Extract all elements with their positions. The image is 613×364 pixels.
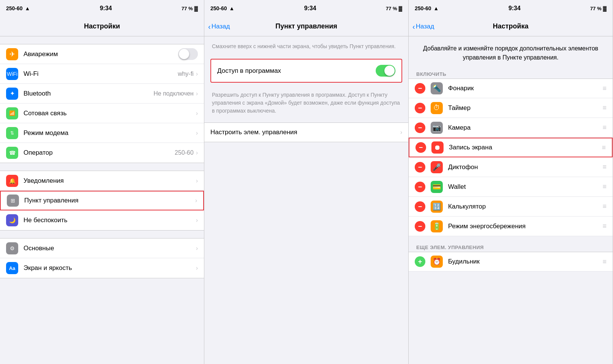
settings-item-display[interactable]: Aa Экран и яркость › bbox=[0, 258, 204, 278]
control-item-power-save[interactable]: − 🔋 Режим энергосбережения ≡ bbox=[409, 217, 613, 236]
back-chevron-3: ‹ bbox=[412, 23, 415, 30]
flashlight-drag-handle[interactable]: ≡ bbox=[602, 85, 607, 93]
settings-item-bluetooth[interactable]: ✦ Bluetooth Не подключен › bbox=[0, 84, 204, 104]
screen-record-drag-handle[interactable]: ≡ bbox=[602, 144, 606, 152]
hotspot-chevron: › bbox=[196, 130, 198, 136]
calculator-label: Калькулятор bbox=[448, 203, 602, 210]
more-items-list: + ⏰ Будильник ≡ bbox=[409, 252, 613, 271]
access-toggle[interactable] bbox=[376, 65, 395, 77]
control-center-content: Смахните вверх с нижней части экрана, чт… bbox=[204, 36, 408, 364]
control-item-camera[interactable]: − 📷 Камера ≡ bbox=[409, 118, 613, 138]
notifications-label: Уведомления bbox=[24, 177, 196, 185]
camera-icon: 📷 bbox=[431, 122, 443, 134]
time-3: 9:34 bbox=[508, 5, 521, 12]
remove-calculator-btn[interactable]: − bbox=[415, 201, 425, 212]
battery-pct-2: 77 % bbox=[386, 6, 397, 11]
general-label: Основные bbox=[24, 245, 196, 252]
access-description: Разрешить доступ к Пункту управления в п… bbox=[204, 87, 408, 122]
notifications-chevron: › bbox=[196, 177, 198, 184]
back-chevron-2: ‹ bbox=[208, 23, 211, 30]
control-center-panel: 250-60 ▲ 9:34 77 % ▓ ‹ Назад Пункт управ… bbox=[204, 0, 409, 364]
wallet-label: Wallet bbox=[448, 183, 602, 191]
wifi-icon-1: ▲ bbox=[25, 5, 30, 11]
operator-chevron: › bbox=[196, 149, 198, 156]
control-item-calculator[interactable]: − 🔢 Калькулятор ≡ bbox=[409, 197, 613, 217]
camera-drag-handle[interactable]: ≡ bbox=[602, 124, 607, 132]
wallet-drag-handle[interactable]: ≡ bbox=[602, 183, 607, 191]
calculator-drag-handle[interactable]: ≡ bbox=[602, 202, 607, 210]
bluetooth-chevron: › bbox=[196, 90, 198, 97]
include-items-list: − 🔦 Фонарик ≡ − ⏱ Таймер ≡ − 📷 Камера ≡ bbox=[409, 78, 613, 236]
remove-power-save-btn[interactable]: − bbox=[415, 221, 425, 232]
carrier-1: 250-60 bbox=[6, 5, 23, 11]
settings-item-operator[interactable]: ☎ Оператор 250-60 › bbox=[0, 143, 204, 163]
top-description: Смахните вверх с нижней части экрана, чт… bbox=[204, 36, 408, 54]
add-alarm-btn[interactable]: + bbox=[415, 256, 425, 267]
power-save-drag-handle[interactable]: ≡ bbox=[602, 222, 607, 230]
access-toggle-container: Доступ в программах bbox=[210, 59, 402, 83]
operator-label: Оператор bbox=[24, 149, 175, 157]
back-button-3[interactable]: ‹ Назад bbox=[412, 23, 434, 30]
customize-row[interactable]: Настроить элем. управления › bbox=[204, 122, 408, 142]
control-item-screen-record[interactable]: − ⏺ Запись экрана ≡ bbox=[409, 138, 613, 157]
status-bar-1: 250-60 ▲ 9:34 77 % ▓ bbox=[0, 0, 204, 17]
settings-item-airplane[interactable]: ✈ Авиарежим bbox=[0, 44, 204, 64]
settings-item-donotdisturb[interactable]: 🌙 Не беспокоить › bbox=[0, 210, 204, 230]
control-item-timer[interactable]: − ⏱ Таймер ≡ bbox=[409, 98, 613, 118]
nav-bar-3: ‹ Назад Настройка bbox=[409, 17, 613, 36]
voice-memo-label: Диктофон bbox=[448, 163, 602, 171]
nav-title-2: Пункт управления bbox=[275, 22, 337, 30]
airplane-label: Авиарежим bbox=[24, 50, 178, 58]
access-toggle-row[interactable]: Доступ в программах bbox=[210, 59, 402, 83]
time-2: 9:34 bbox=[304, 5, 316, 12]
customize-label: Настроить элем. управления bbox=[210, 129, 400, 136]
flashlight-icon: 🔦 bbox=[431, 82, 443, 94]
control-item-wallet[interactable]: − 💳 Wallet ≡ bbox=[409, 177, 613, 197]
wifi-icon-3: ▲ bbox=[434, 5, 439, 11]
remove-wallet-btn[interactable]: − bbox=[415, 182, 425, 192]
donotdisturb-chevron: › bbox=[196, 217, 198, 224]
customize-chevron: › bbox=[400, 129, 402, 136]
timer-label: Таймер bbox=[448, 104, 602, 112]
settings-main-panel: 250-60 ▲ 9:34 77 % ▓ Настройки ✈ Авиареж… bbox=[0, 0, 204, 364]
timer-drag-handle[interactable]: ≡ bbox=[602, 104, 607, 112]
remove-timer-btn[interactable]: − bbox=[415, 103, 425, 113]
alarm-icon: ⏰ bbox=[431, 256, 443, 268]
status-bar-left-2: 250-60 ▲ bbox=[210, 5, 234, 11]
settings-item-hotspot[interactable]: ⇅ Режим модема › bbox=[0, 123, 204, 143]
voice-memo-drag-handle[interactable]: ≡ bbox=[602, 163, 607, 171]
settings-item-control-center[interactable]: ⊞ Пункт управления › bbox=[0, 191, 204, 210]
alarm-drag-handle: ≡ bbox=[602, 258, 607, 266]
back-label-2: Назад bbox=[212, 23, 230, 30]
settings-item-notifications[interactable]: 🔔 Уведомления › bbox=[0, 171, 204, 191]
bluetooth-label: Bluetooth bbox=[24, 90, 154, 97]
wallet-icon: 💳 bbox=[431, 181, 443, 193]
battery-pct-3: 77 % bbox=[590, 6, 602, 11]
control-item-flashlight[interactable]: − 🔦 Фонарик ≡ bbox=[409, 78, 613, 98]
remove-screen-record-btn[interactable]: − bbox=[415, 142, 426, 153]
nav-title-1: Настройки bbox=[84, 22, 120, 30]
control-item-alarm[interactable]: + ⏰ Будильник ≡ bbox=[409, 252, 613, 271]
back-button-2[interactable]: ‹ Назад bbox=[208, 23, 230, 30]
access-toggle-label: Доступ в программах bbox=[217, 67, 376, 75]
airplane-toggle[interactable] bbox=[178, 48, 198, 60]
time-1: 9:34 bbox=[100, 5, 112, 12]
settings-item-cellular[interactable]: 📶 Сотовая связь › bbox=[0, 104, 204, 123]
customize-panel: 250-60 ▲ 9:34 77 % ▓ ‹ Назад Настройка Д… bbox=[409, 0, 613, 364]
status-bar-right-2: 77 % ▓ bbox=[386, 6, 402, 11]
battery-pct-1: 77 % bbox=[182, 6, 193, 11]
remove-flashlight-btn[interactable]: − bbox=[415, 83, 425, 94]
remove-camera-btn[interactable]: − bbox=[415, 122, 425, 133]
status-bar-right-1: 77 % ▓ bbox=[182, 6, 198, 11]
settings-section-2: 🔔 Уведомления › ⊞ Пункт управления › 🌙 Н… bbox=[0, 171, 204, 231]
control-item-voice-memo[interactable]: − 🎤 Диктофон ≡ bbox=[409, 157, 613, 177]
wifi-icon: WiFi bbox=[6, 68, 18, 80]
voice-memo-icon: 🎤 bbox=[431, 161, 443, 173]
settings-item-general[interactable]: ⚙ Основные › bbox=[0, 238, 204, 258]
settings-item-wifi[interactable]: WiFi Wi-Fi why-fi › bbox=[0, 64, 204, 84]
nav-bar-2: ‹ Назад Пункт управления bbox=[204, 17, 408, 36]
cellular-chevron: › bbox=[196, 110, 198, 117]
camera-label: Камера bbox=[448, 124, 602, 132]
remove-voice-memo-btn[interactable]: − bbox=[415, 162, 425, 173]
wifi-chevron: › bbox=[196, 71, 198, 77]
